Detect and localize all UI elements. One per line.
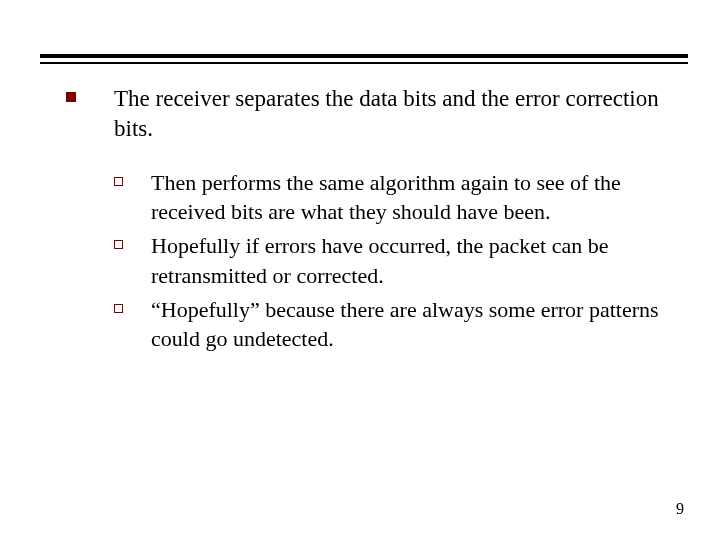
sublist: Then performs the same algorithm again t… bbox=[114, 168, 660, 354]
list-item-level2: “Hopefully” because there are always som… bbox=[114, 295, 660, 354]
page-number: 9 bbox=[676, 500, 684, 518]
sub-point-text: Hopefully if errors have occurred, the p… bbox=[151, 231, 660, 290]
list-item-level2: Hopefully if errors have occurred, the p… bbox=[114, 231, 660, 290]
horizontal-rule-thick bbox=[40, 54, 688, 58]
slide: The receiver separates the data bits and… bbox=[0, 0, 720, 540]
horizontal-rule-thin bbox=[40, 62, 688, 64]
list-item-level2: Then performs the same algorithm again t… bbox=[114, 168, 660, 227]
sub-point-text: “Hopefully” because there are always som… bbox=[151, 295, 660, 354]
sub-point-text: Then performs the same algorithm again t… bbox=[151, 168, 660, 227]
open-square-bullet-icon bbox=[114, 240, 123, 249]
open-square-bullet-icon bbox=[114, 304, 123, 313]
main-point-text: The receiver separates the data bits and… bbox=[114, 84, 660, 144]
filled-square-bullet-icon bbox=[66, 92, 76, 102]
list-item-level1: The receiver separates the data bits and… bbox=[66, 84, 660, 144]
slide-content: The receiver separates the data bits and… bbox=[66, 84, 660, 358]
open-square-bullet-icon bbox=[114, 177, 123, 186]
